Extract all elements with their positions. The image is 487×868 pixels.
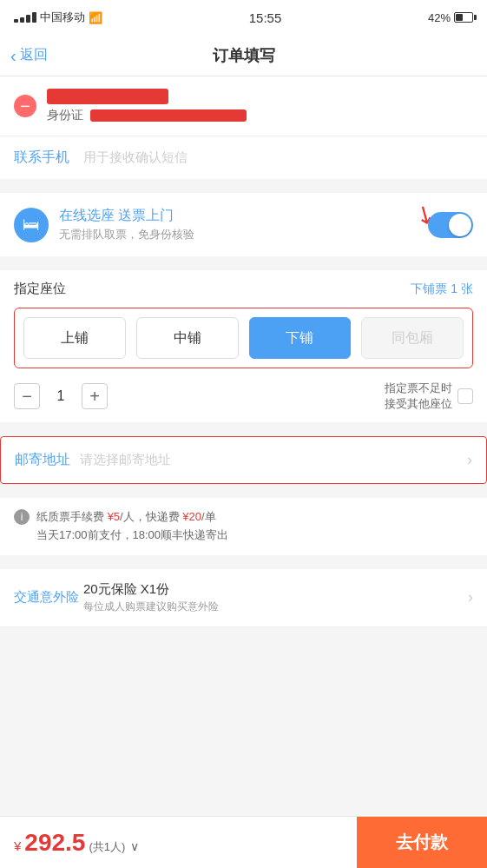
info-icon: i bbox=[14, 509, 30, 525]
price-amount: 292.5 bbox=[24, 829, 85, 857]
passenger-id-redacted bbox=[90, 109, 247, 122]
insurance-label: 交通意外险 bbox=[14, 589, 83, 606]
mail-arrow-icon: › bbox=[467, 451, 472, 469]
wifi-icon: 📶 bbox=[89, 11, 102, 24]
seat-service-icon: 🛏 bbox=[14, 208, 49, 242]
back-button[interactable]: ‹ 返回 bbox=[10, 46, 48, 64]
divider bbox=[0, 186, 487, 193]
info-banner: i 纸质票手续费 ¥5/人，快递费 ¥20/单当天17:00前支付，18:00顺… bbox=[0, 498, 487, 555]
other-seat-text: 指定票不足时 接受其他座位 bbox=[385, 381, 452, 412]
seat-buttons-row: 上铺 中铺 下铺 同包厢 bbox=[14, 308, 473, 368]
online-select-row: 🛏 在线选座 送票上门 无需排队取票，免身份核验 bbox=[14, 207, 473, 242]
seat-header-label: 指定座位 bbox=[14, 281, 66, 297]
insurance-section[interactable]: 交通意外险 20元保险 X1份 每位成人购票建议购买意外险 › bbox=[0, 569, 487, 627]
page-title: 订单填写 bbox=[213, 45, 275, 66]
quantity-controls: − 1 + bbox=[14, 383, 108, 409]
passenger-section: − 身份证 联系手机 用于接收确认短信 bbox=[0, 76, 487, 179]
seat-selection-section: 指定座位 下铺票 1 张 上铺 中铺 下铺 同包厢 − 1 + 指定票不足时 接… bbox=[0, 270, 487, 422]
status-time: 15:55 bbox=[249, 10, 282, 25]
status-right: 42% bbox=[428, 11, 473, 24]
divider3 bbox=[0, 429, 487, 436]
toggle-knob bbox=[449, 214, 471, 236]
mail-address-section: 邮寄地址 请选择邮寄地址 › bbox=[0, 436, 487, 484]
price-chevron-icon[interactable]: ∨ bbox=[130, 839, 139, 853]
passenger-info: 身份证 bbox=[47, 89, 473, 123]
insurance-arrow-icon: › bbox=[468, 588, 473, 606]
passenger-name-redacted bbox=[47, 89, 168, 104]
signal-icon bbox=[14, 12, 36, 23]
insurance-subtitle: 每位成人购票建议购买意外险 bbox=[83, 600, 468, 614]
status-left: 中国移动 📶 bbox=[14, 10, 102, 25]
online-select-subtitle: 无需排队取票，免身份核验 bbox=[59, 227, 428, 242]
contact-row: 联系手机 用于接收确认短信 bbox=[0, 136, 487, 179]
contact-label: 联系手机 bbox=[14, 149, 83, 167]
back-label: 返回 bbox=[20, 46, 48, 64]
quantity-value: 1 bbox=[52, 388, 69, 404]
price-section: ¥ 292.5 (共1人) ∨ bbox=[0, 829, 357, 857]
divider4 bbox=[0, 491, 487, 498]
mail-placeholder: 请选择邮寄地址 bbox=[80, 452, 467, 468]
seat-header: 指定座位 下铺票 1 张 bbox=[14, 281, 473, 297]
online-select-section: ↘ 🛏 在线选座 送票上门 无需排队取票，免身份核验 bbox=[0, 193, 487, 256]
bottom-bar: ¥ 292.5 (共1人) ∨ 去付款 bbox=[0, 816, 487, 868]
battery-label: 42% bbox=[428, 11, 451, 24]
seat-ticket-info: 下铺票 1 张 bbox=[411, 282, 473, 297]
back-arrow-icon: ‹ bbox=[10, 47, 16, 64]
seat-btn-middle[interactable]: 中铺 bbox=[136, 317, 239, 359]
passenger-row: − 身份证 bbox=[0, 76, 487, 136]
price-sub: (共1人) bbox=[89, 839, 125, 855]
pay-button[interactable]: 去付款 bbox=[357, 817, 487, 869]
other-seat-checkbox[interactable] bbox=[457, 388, 473, 404]
nav-bar: ‹ 返回 订单填写 bbox=[0, 35, 487, 76]
id-type-label: 身份证 bbox=[47, 108, 83, 123]
status-bar: 中国移动 📶 15:55 42% bbox=[0, 0, 487, 35]
seat-btn-lower[interactable]: 下铺 bbox=[249, 317, 352, 359]
contact-input[interactable]: 用于接收确认短信 bbox=[83, 149, 473, 166]
online-select-toggle[interactable] bbox=[428, 212, 473, 238]
battery-icon bbox=[454, 12, 473, 23]
mail-row[interactable]: 邮寄地址 请选择邮寄地址 › bbox=[1, 437, 486, 483]
id-label-row: 身份证 bbox=[47, 108, 473, 123]
seat-btn-upper[interactable]: 上铺 bbox=[23, 317, 126, 359]
quantity-decrease-button[interactable]: − bbox=[14, 383, 40, 409]
online-select-text: 在线选座 送票上门 无需排队取票，免身份核验 bbox=[59, 207, 428, 242]
seat-btn-same-compartment[interactable]: 同包厢 bbox=[361, 317, 464, 359]
info-text: 纸质票手续费 ¥5/人，快递费 ¥20/单当天17:00前支付，18:00顺丰快… bbox=[36, 508, 228, 545]
insurance-title: 20元保险 X1份 bbox=[83, 581, 468, 598]
carrier-label: 中国移动 bbox=[40, 10, 85, 25]
quantity-row: − 1 + 指定票不足时 接受其他座位 bbox=[14, 381, 473, 412]
price-symbol: ¥ bbox=[14, 838, 21, 853]
insurance-content: 20元保险 X1份 每位成人购票建议购买意外险 bbox=[83, 581, 468, 614]
remove-passenger-button[interactable]: − bbox=[14, 95, 36, 117]
divider5 bbox=[0, 562, 487, 569]
other-seat-option[interactable]: 指定票不足时 接受其他座位 bbox=[385, 381, 473, 412]
quantity-increase-button[interactable]: + bbox=[82, 383, 108, 409]
mail-label: 邮寄地址 bbox=[15, 451, 80, 469]
online-select-title: 在线选座 送票上门 bbox=[59, 207, 428, 225]
divider2 bbox=[0, 263, 487, 270]
